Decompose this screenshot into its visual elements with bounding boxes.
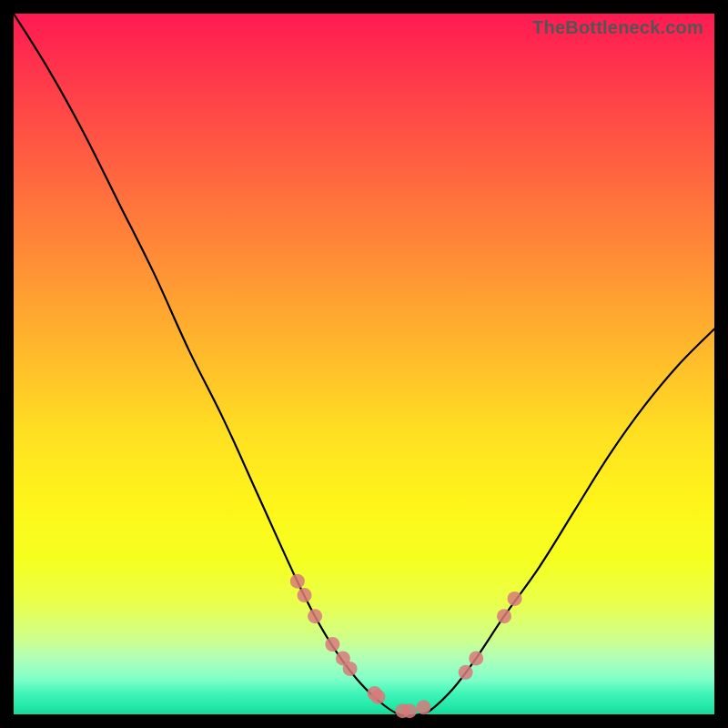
- highlight-dot: [459, 665, 473, 680]
- highlight-dot: [402, 703, 417, 718]
- highlight-dot: [343, 662, 358, 676]
- highlight-dot: [497, 609, 511, 623]
- highlight-dot: [469, 651, 483, 665]
- highlight-dot: [290, 574, 305, 589]
- bottleneck-curve: [14, 14, 714, 716]
- highlight-dot: [308, 609, 322, 623]
- highlight-dot: [325, 637, 339, 652]
- highlight-dot: [370, 690, 385, 704]
- highlight-dot: [508, 592, 522, 606]
- chart-frame: TheBottleneck.com: [0, 0, 728, 728]
- highlight-dot: [298, 588, 312, 602]
- highlight-dot: [416, 700, 430, 714]
- highlight-dots: [290, 574, 522, 718]
- curve-layer: [14, 14, 714, 714]
- plot-area: TheBottleneck.com: [14, 14, 714, 714]
